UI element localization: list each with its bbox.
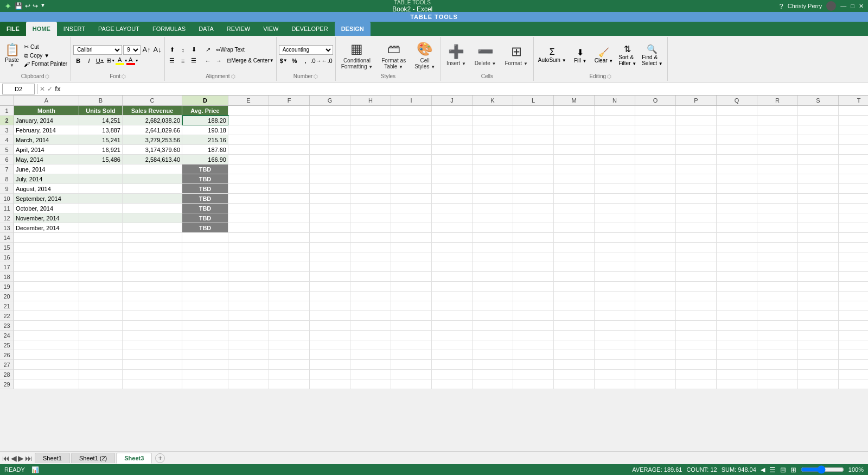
cell-d14[interactable] — [182, 233, 228, 243]
indent-decrease-button[interactable]: ← — [203, 56, 213, 66]
cell-p23[interactable] — [676, 321, 717, 331]
font-color-button[interactable]: A ▼ — [127, 56, 137, 66]
cell-a16[interactable] — [14, 252, 79, 262]
cell-g5[interactable] — [310, 145, 350, 155]
cell-a10[interactable]: September, 2014 — [14, 194, 79, 204]
cell-t20[interactable] — [839, 292, 868, 301]
cell-h2[interactable] — [350, 116, 391, 125]
cell-t16[interactable] — [839, 252, 868, 262]
align-left-button[interactable]: ☰ — [167, 56, 177, 66]
cell-m6[interactable] — [554, 155, 595, 164]
maximize-btn[interactable]: □ — [851, 3, 854, 9]
cell-s2[interactable] — [798, 116, 839, 125]
cell-g13[interactable] — [310, 223, 350, 233]
cell-h6[interactable] — [350, 155, 391, 164]
cell-e3[interactable] — [228, 125, 269, 135]
cell-l20[interactable] — [513, 292, 554, 301]
comma-button[interactable]: , — [301, 56, 310, 66]
cell-o18[interactable] — [635, 272, 676, 282]
col-header-g[interactable]: G — [310, 96, 350, 105]
cell-h1[interactable] — [350, 106, 391, 116]
cell-r2[interactable] — [757, 116, 798, 125]
cell-r12[interactable] — [757, 213, 798, 223]
cell-c20[interactable] — [123, 292, 182, 301]
cell-c1[interactable]: Sales Revenue — [123, 106, 182, 116]
cell-t15[interactable] — [839, 243, 868, 252]
minimize-btn[interactable]: — — [840, 3, 846, 9]
cell-m18[interactable] — [554, 272, 595, 282]
cell-d27[interactable] — [182, 360, 228, 370]
cell-o19[interactable] — [635, 282, 676, 292]
cell-m25[interactable] — [554, 340, 595, 350]
cell-s18[interactable] — [798, 272, 839, 282]
cell-d29[interactable] — [182, 379, 228, 389]
col-header-r[interactable]: R — [757, 96, 798, 105]
cell-e8[interactable] — [228, 174, 269, 184]
cell-j14[interactable] — [432, 233, 473, 243]
tab-page-layout[interactable]: PAGE LAYOUT — [92, 22, 146, 36]
cell-e21[interactable] — [228, 301, 269, 311]
cell-k14[interactable] — [473, 233, 513, 243]
cell-m2[interactable] — [554, 116, 595, 125]
cell-p7[interactable] — [676, 164, 717, 174]
cell-q18[interactable] — [717, 272, 757, 282]
cell-q22[interactable] — [717, 311, 757, 321]
cell-l24[interactable] — [513, 331, 554, 340]
cell-g27[interactable] — [310, 360, 350, 370]
cell-e15[interactable] — [228, 243, 269, 252]
cell-s5[interactable] — [798, 145, 839, 155]
cell-m26[interactable] — [554, 350, 595, 360]
cell-h23[interactable] — [350, 321, 391, 331]
cell-p1[interactable] — [676, 106, 717, 116]
cell-o9[interactable] — [635, 184, 676, 194]
cell-r21[interactable] — [757, 301, 798, 311]
number-expand-icon[interactable]: ⬡ — [314, 74, 318, 79]
cell-j2[interactable] — [432, 116, 473, 125]
cell-d1[interactable]: Avg. Price — [182, 106, 228, 116]
cell-p20[interactable] — [676, 292, 717, 301]
cell-j16[interactable] — [432, 252, 473, 262]
col-header-n[interactable]: N — [595, 96, 635, 105]
cell-a1[interactable]: Month — [14, 106, 79, 116]
cell-n25[interactable] — [595, 340, 635, 350]
cell-o7[interactable] — [635, 164, 676, 174]
cell-r19[interactable] — [757, 282, 798, 292]
cell-d9[interactable]: TBD — [182, 184, 228, 194]
insert-button[interactable]: ➕ Insert ▼ — [443, 42, 469, 68]
cell-d28[interactable] — [182, 370, 228, 379]
cell-c5[interactable]: 3,174,379.60 — [123, 145, 182, 155]
cell-h13[interactable] — [350, 223, 391, 233]
cell-g2[interactable] — [310, 116, 350, 125]
cell-j24[interactable] — [432, 331, 473, 340]
cell-q20[interactable] — [717, 292, 757, 301]
cell-a14[interactable] — [14, 233, 79, 243]
cell-n28[interactable] — [595, 370, 635, 379]
cell-g9[interactable] — [310, 184, 350, 194]
cell-b26[interactable] — [79, 350, 123, 360]
cell-k10[interactable] — [473, 194, 513, 204]
cell-i28[interactable] — [391, 370, 432, 379]
sheet-view-icon[interactable]: 📊 — [31, 466, 39, 473]
cell-r6[interactable] — [757, 155, 798, 164]
cell-k16[interactable] — [473, 252, 513, 262]
cell-j7[interactable] — [432, 164, 473, 174]
cell-m14[interactable] — [554, 233, 595, 243]
cell-l2[interactable] — [513, 116, 554, 125]
cell-n26[interactable] — [595, 350, 635, 360]
cell-s29[interactable] — [798, 379, 839, 389]
cell-a5[interactable]: April, 2014 — [14, 145, 79, 155]
text-angle-button[interactable]: ↗ — [203, 45, 213, 55]
cell-b21[interactable] — [79, 301, 123, 311]
close-btn[interactable]: ✕ — [859, 3, 864, 10]
cell-n13[interactable] — [595, 223, 635, 233]
cell-f19[interactable] — [269, 282, 310, 292]
cell-c28[interactable] — [123, 370, 182, 379]
cell-h16[interactable] — [350, 252, 391, 262]
cell-m3[interactable] — [554, 125, 595, 135]
normal-view-btn[interactable]: ☰ — [769, 466, 776, 474]
cell-q23[interactable] — [717, 321, 757, 331]
cell-a17[interactable] — [14, 262, 79, 272]
col-header-o[interactable]: O — [635, 96, 676, 105]
cell-q6[interactable] — [717, 155, 757, 164]
border-button[interactable]: ⊞▼ — [106, 56, 116, 66]
